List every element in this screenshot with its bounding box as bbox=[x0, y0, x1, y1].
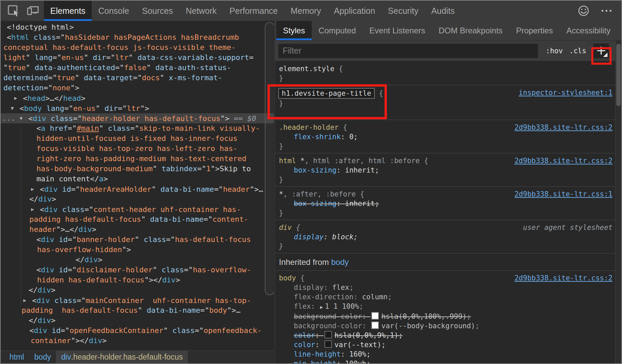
rule-selector[interactable]: element.style { bbox=[279, 64, 615, 73]
dom-tree-line[interactable]: </div> bbox=[1, 315, 274, 326]
rule-close-brace: } bbox=[279, 175, 615, 184]
styles-filter-input[interactable]: Filter bbox=[278, 44, 538, 58]
css-property[interactable]: flex: ▶1 1 100%; bbox=[279, 302, 615, 312]
css-property[interactable]: line-height: 160%; bbox=[279, 350, 615, 359]
dom-tree: <!doctype html><html class="hasSidebar h… bbox=[1, 21, 274, 351]
dom-tree-line[interactable]: focus-visible has-top-zero has-left-zero… bbox=[1, 144, 274, 154]
css-property[interactable]: color: var(--text); bbox=[279, 340, 615, 350]
styles-tab-computed[interactable]: Computed bbox=[312, 21, 363, 40]
css-rules-list: element.style {}inspector-stylesheet:1h1… bbox=[275, 61, 615, 363]
dom-tree-line[interactable]: <!doctype html> bbox=[1, 22, 274, 32]
rule-close-brace: } bbox=[279, 208, 615, 218]
styles-tab-styles[interactable]: Styles bbox=[276, 21, 312, 40]
tab-performance[interactable]: Performance bbox=[223, 1, 284, 21]
new-style-rule-button[interactable]: + bbox=[593, 43, 609, 58]
more-options-icon[interactable] bbox=[599, 3, 614, 18]
css-property[interactable]: display: block; bbox=[279, 232, 615, 242]
dom-tree-line[interactable]: padding has-default-focus" data-bi-name=… bbox=[1, 214, 274, 224]
dom-tree-line[interactable]: ▶<div id="headerAreaHolder" data-bi-name… bbox=[1, 184, 274, 194]
dom-tree-line[interactable]: conceptual has-default-focus js-focus-vi… bbox=[1, 42, 274, 53]
body-rule: 2d9bb338.site-ltr.css:2body {display: fl… bbox=[275, 271, 615, 363]
styles-scrollbar[interactable] bbox=[615, 40, 621, 363]
tab-security[interactable]: Security bbox=[381, 1, 425, 21]
stylesheet-link[interactable]: 2d9bb338.site-ltr.css:1 bbox=[514, 189, 613, 199]
inspect-icon[interactable] bbox=[6, 3, 21, 18]
breadcrumb-item[interactable]: html bbox=[1, 351, 29, 363]
dom-tree-line[interactable]: </div> bbox=[1, 255, 274, 265]
header-holder-rule: 2d9bb338.site-ltr.css:2.header-holder {f… bbox=[275, 120, 615, 153]
color-swatch[interactable] bbox=[371, 312, 379, 320]
stylesheet-link[interactable]: inspector-stylesheet:1 bbox=[519, 88, 613, 97]
dom-tree-line-selected[interactable]: ...▼<div class="header-holder has-defaul… bbox=[1, 113, 274, 123]
feedback-smiley-icon[interactable] bbox=[576, 3, 591, 18]
device-toolbar-icon[interactable] bbox=[26, 3, 40, 18]
dom-tree-line[interactable]: main content</a> bbox=[1, 174, 274, 184]
breadcrumb-item[interactable]: body bbox=[29, 351, 56, 363]
css-property[interactable]: color: hsla(0,0%,9%,1); bbox=[279, 331, 615, 340]
styles-tab-properties[interactable]: Properties bbox=[509, 21, 560, 40]
dom-tree-line[interactable]: ▶<div class="content-header uhf-containe… bbox=[1, 204, 274, 214]
dom-tree-line[interactable]: <div id="openFeedbackContainer" class="o… bbox=[1, 326, 274, 336]
dom-tree-line[interactable]: padding has-default-focus" data-bi-name=… bbox=[1, 305, 274, 315]
stylesheet-link[interactable]: 2d9bb338.site-ltr.css:2 bbox=[514, 156, 613, 165]
css-property[interactable]: min-height: 100vh; bbox=[279, 359, 615, 363]
tab-network[interactable]: Network bbox=[179, 1, 223, 21]
dom-tree-line[interactable]: hidden has-default-focus"></div> bbox=[1, 275, 274, 285]
tab-sources[interactable]: Sources bbox=[136, 1, 179, 21]
styles-tab-dom-breakpoints[interactable]: DOM Breakpoints bbox=[432, 21, 509, 40]
dom-tree-line[interactable]: hidden-until-focused is-fixed has-inner-… bbox=[1, 133, 274, 144]
dom-tree-line[interactable]: right-zero has-padding-medium has-text-c… bbox=[1, 154, 274, 164]
color-swatch[interactable] bbox=[371, 322, 379, 329]
dom-tree-line[interactable]: container"></div> bbox=[1, 336, 274, 346]
toolbar-right-group bbox=[576, 1, 621, 21]
css-property[interactable]: box-sizing: inherit; bbox=[279, 199, 615, 208]
main-toolbar: ElementsConsoleSourcesNetworkPerformance… bbox=[1, 1, 621, 21]
dom-tree-line[interactable]: "true" data-authenticated="false" data-a… bbox=[1, 63, 274, 73]
dom-tree-line[interactable]: <div id="banner-holder" class="has-defau… bbox=[1, 235, 274, 245]
css-property[interactable]: flex-direction: column; bbox=[279, 292, 615, 302]
tab-elements[interactable]: Elements bbox=[44, 1, 92, 21]
dom-tree-line[interactable]: ▶<head>…</head> bbox=[1, 93, 274, 103]
dom-tree-line[interactable]: ▼<body lang="en-us" dir="ltr"> bbox=[1, 103, 274, 113]
styles-tab-event-listeners[interactable]: Event Listeners bbox=[363, 21, 432, 40]
dom-tree-line[interactable]: header">…</div> bbox=[1, 224, 274, 235]
toggle-element-classes-button[interactable]: .cls bbox=[569, 47, 587, 55]
tab-audits[interactable]: Audits bbox=[425, 1, 461, 21]
toggle-element-state-button[interactable]: :hov bbox=[546, 47, 563, 55]
styles-sidebar-tabs: StylesComputedEvent ListenersDOM Breakpo… bbox=[275, 21, 621, 40]
elements-tree-panel: <!doctype html><html class="hasSidebar h… bbox=[1, 21, 274, 351]
css-property[interactable]: flex-shrink: 0; bbox=[279, 132, 615, 142]
expand-shorthand-icon[interactable]: ▶ bbox=[320, 304, 323, 310]
dom-tree-line[interactable]: </div> bbox=[1, 194, 274, 204]
css-property[interactable]: background-color: var(--body-background)… bbox=[279, 321, 615, 331]
styles-scrollbar-thumb[interactable] bbox=[616, 44, 621, 106]
stylesheet-link[interactable]: 2d9bb338.site-ltr.css:2 bbox=[514, 273, 613, 283]
dom-tree-line[interactable]: <a href="#main" class="skip-to-main-link… bbox=[1, 123, 274, 133]
color-swatch[interactable] bbox=[324, 340, 332, 348]
dom-tree-line[interactable]: has-overflow-hidden"> bbox=[1, 245, 274, 255]
inherited-from-link[interactable]: body bbox=[331, 257, 349, 267]
tab-console[interactable]: Console bbox=[92, 1, 136, 21]
dom-tree-line[interactable]: </div> bbox=[1, 285, 274, 295]
color-swatch[interactable] bbox=[324, 331, 332, 338]
styles-toolbar-controls: :hov .cls + bbox=[546, 43, 609, 58]
hidden-elements-marker[interactable]: ... bbox=[2, 113, 16, 123]
stylesheet-link[interactable]: 2d9bb338.site-ltr.css:2 bbox=[514, 123, 613, 132]
css-property[interactable]: display: flex; bbox=[279, 283, 615, 292]
css-property[interactable]: background-color: hsla(0,0%,100%,.999); bbox=[279, 312, 615, 321]
dom-tree-line[interactable]: ▶<div class="mainContainer uhf-container… bbox=[1, 295, 274, 305]
tab-application[interactable]: Application bbox=[328, 1, 381, 21]
breadcrumb-item[interactable]: div.header-holder.has-default-focus bbox=[56, 351, 188, 363]
styles-tab-accessibility[interactable]: Accessibility bbox=[560, 21, 617, 40]
dom-tree-line[interactable]: light" lang="en-us" dir="ltr" data-css-v… bbox=[1, 53, 274, 63]
css-property[interactable]: box-sizing: inherit; bbox=[279, 165, 615, 175]
div-user-agent-rule: user agent stylesheetdiv {display: block… bbox=[275, 220, 615, 253]
selector-edit-box[interactable]: h1.devsite-page-title bbox=[278, 88, 375, 99]
dom-tree-scrollbar-thumb[interactable] bbox=[265, 22, 274, 295]
dom-tree-line[interactable]: <div id="disclaimer-holder" class="has-o… bbox=[1, 265, 274, 275]
dom-tree-line[interactable]: determined="true" data-target="docs" x-m… bbox=[1, 73, 274, 83]
dom-tree-line[interactable]: has-body-background-medium" tabindex="1"… bbox=[1, 164, 274, 174]
dom-tree-line[interactable]: <html class="hasSidebar hasPageActions h… bbox=[1, 32, 274, 42]
dom-tree-line[interactable]: detection="none"> bbox=[1, 83, 274, 93]
tab-memory[interactable]: Memory bbox=[284, 1, 327, 21]
